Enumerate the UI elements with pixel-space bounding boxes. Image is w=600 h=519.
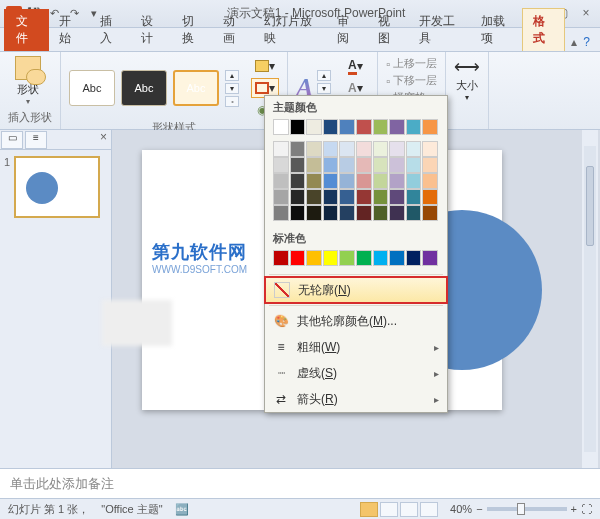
- color-swatch[interactable]: [290, 173, 306, 189]
- shape-fill-button[interactable]: ▾: [251, 56, 279, 76]
- color-swatch[interactable]: [356, 157, 372, 173]
- color-swatch[interactable]: [323, 173, 339, 189]
- vertical-scrollbar[interactable]: [582, 130, 598, 468]
- zoom-slider-thumb[interactable]: [517, 503, 525, 515]
- color-swatch[interactable]: [323, 119, 339, 135]
- color-swatch[interactable]: [323, 157, 339, 173]
- color-swatch[interactable]: [422, 119, 438, 135]
- sorter-view-button[interactable]: [380, 502, 398, 517]
- color-swatch[interactable]: [406, 141, 422, 157]
- color-swatch[interactable]: [306, 141, 322, 157]
- color-swatch[interactable]: [306, 157, 322, 173]
- weight-item[interactable]: ≡ 粗细(W) ▸: [265, 334, 447, 360]
- color-swatch[interactable]: [422, 205, 438, 221]
- gallery-more-icon[interactable]: ꞊: [225, 96, 239, 107]
- color-swatch[interactable]: [339, 119, 355, 135]
- color-swatch[interactable]: [389, 141, 405, 157]
- color-swatch[interactable]: [290, 205, 306, 221]
- color-swatch[interactable]: [290, 189, 306, 205]
- color-swatch[interactable]: [339, 189, 355, 205]
- tab-addins[interactable]: 加载项: [471, 9, 523, 51]
- color-swatch[interactable]: [356, 119, 372, 135]
- color-swatch[interactable]: [306, 173, 322, 189]
- thumbnail-row[interactable]: 1: [0, 150, 111, 224]
- status-lang-icon[interactable]: 🔤: [175, 503, 189, 516]
- slide-thumbnail[interactable]: [14, 156, 100, 218]
- color-swatch[interactable]: [273, 189, 289, 205]
- color-swatch[interactable]: [339, 157, 355, 173]
- tab-format[interactable]: 格式: [522, 8, 565, 51]
- color-swatch[interactable]: [406, 157, 422, 173]
- color-swatch[interactable]: [389, 189, 405, 205]
- gallery-down-icon[interactable]: ▾: [225, 83, 239, 94]
- gallery-up-icon[interactable]: ▴: [225, 70, 239, 81]
- color-swatch[interactable]: [389, 173, 405, 189]
- color-swatch[interactable]: [373, 205, 389, 221]
- zoom-percent[interactable]: 40%: [450, 503, 472, 515]
- color-swatch[interactable]: [406, 205, 422, 221]
- color-swatch[interactable]: [290, 250, 306, 266]
- color-swatch[interactable]: [406, 119, 422, 135]
- color-swatch[interactable]: [373, 173, 389, 189]
- color-swatch[interactable]: [422, 173, 438, 189]
- style-swatch-2[interactable]: Abc: [121, 70, 167, 106]
- bring-forward-button[interactable]: ▫上移一层: [386, 56, 437, 71]
- tab-file[interactable]: 文件: [4, 9, 49, 51]
- ribbon-minimize-icon[interactable]: ▴: [571, 35, 577, 49]
- color-swatch[interactable]: [422, 157, 438, 173]
- color-swatch[interactable]: [273, 205, 289, 221]
- zoom-in-button[interactable]: +: [571, 503, 577, 515]
- color-swatch[interactable]: [339, 205, 355, 221]
- color-swatch[interactable]: [290, 119, 306, 135]
- fit-to-window-button[interactable]: ⛶: [581, 503, 592, 515]
- wa-up-icon[interactable]: ▴: [317, 70, 331, 81]
- normal-view-button[interactable]: [360, 502, 378, 517]
- tab-developer[interactable]: 开发工具: [409, 9, 471, 51]
- tab-review[interactable]: 审阅: [327, 9, 368, 51]
- color-swatch[interactable]: [422, 189, 438, 205]
- tab-design[interactable]: 设计: [131, 9, 172, 51]
- color-swatch[interactable]: [356, 141, 372, 157]
- tab-slideshow[interactable]: 幻灯片放映: [254, 9, 327, 51]
- color-swatch[interactable]: [339, 141, 355, 157]
- color-swatch[interactable]: [273, 119, 289, 135]
- color-swatch[interactable]: [306, 250, 322, 266]
- size-icon[interactable]: ⟷: [454, 56, 480, 78]
- no-outline-item[interactable]: 无轮廓(N): [265, 277, 447, 303]
- color-swatch[interactable]: [389, 157, 405, 173]
- panel-close-icon[interactable]: ×: [96, 130, 111, 149]
- tab-view[interactable]: 视图: [368, 9, 409, 51]
- panel-tab-outline[interactable]: ≡: [25, 131, 47, 149]
- color-swatch[interactable]: [273, 141, 289, 157]
- color-swatch[interactable]: [422, 141, 438, 157]
- color-swatch[interactable]: [373, 189, 389, 205]
- color-swatch[interactable]: [373, 157, 389, 173]
- color-swatch[interactable]: [323, 205, 339, 221]
- more-outline-colors-item[interactable]: 🎨 其他轮廓颜色(M)...: [265, 308, 447, 334]
- color-swatch[interactable]: [373, 141, 389, 157]
- text-fill-button[interactable]: A▾: [341, 56, 369, 76]
- color-swatch[interactable]: [306, 119, 322, 135]
- color-swatch[interactable]: [290, 157, 306, 173]
- color-swatch[interactable]: [373, 119, 389, 135]
- color-swatch[interactable]: [389, 250, 405, 266]
- zoom-out-button[interactable]: −: [476, 503, 482, 515]
- dashes-item[interactable]: ┈ 虚线(S) ▸: [265, 360, 447, 386]
- notes-pane[interactable]: 单击此处添加备注: [0, 468, 600, 498]
- color-swatch[interactable]: [273, 173, 289, 189]
- color-swatch[interactable]: [290, 141, 306, 157]
- wa-down-icon[interactable]: ▾: [317, 83, 331, 94]
- color-swatch[interactable]: [323, 141, 339, 157]
- arrows-item[interactable]: ⇄ 箭头(R) ▸: [265, 386, 447, 412]
- color-swatch[interactable]: [306, 205, 322, 221]
- color-swatch[interactable]: [356, 173, 372, 189]
- color-swatch[interactable]: [406, 189, 422, 205]
- tab-animations[interactable]: 动画: [213, 9, 254, 51]
- zoom-slider[interactable]: [487, 507, 567, 511]
- color-swatch[interactable]: [273, 157, 289, 173]
- color-swatch[interactable]: [306, 189, 322, 205]
- color-swatch[interactable]: [339, 173, 355, 189]
- send-backward-button[interactable]: ▫下移一层: [386, 73, 437, 88]
- color-swatch[interactable]: [422, 250, 438, 266]
- tab-transitions[interactable]: 切换: [172, 9, 213, 51]
